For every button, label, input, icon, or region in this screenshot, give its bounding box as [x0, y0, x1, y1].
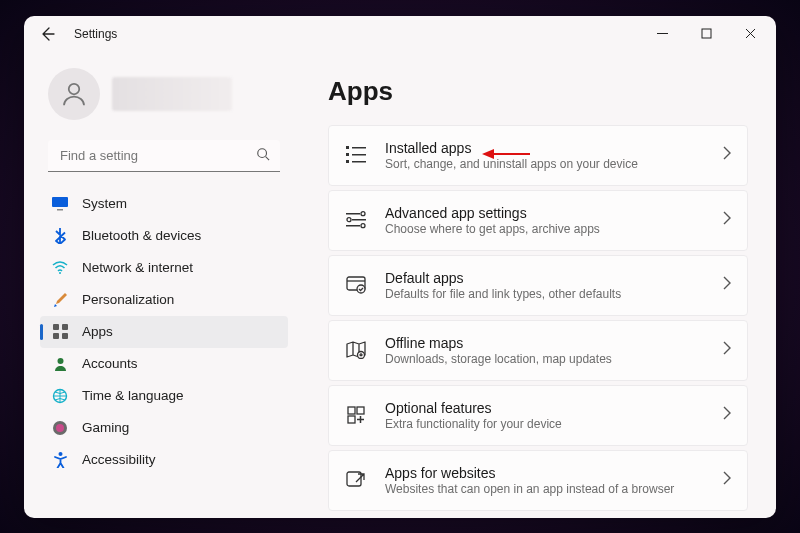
svg-rect-16	[352, 147, 366, 149]
card-sub: Defaults for file and link types, other …	[385, 287, 705, 301]
card-apps-for-websites[interactable]: Apps for websites Websites that can open…	[328, 450, 748, 511]
window-controls	[640, 18, 772, 50]
card-body: Offline maps Downloads, storage location…	[385, 335, 705, 366]
sidebar-item-system[interactable]: System	[40, 188, 288, 220]
minimize-icon	[657, 28, 668, 39]
accessibility-icon	[52, 452, 68, 468]
titlebar-left: Settings	[38, 25, 117, 43]
arrow-left-icon	[39, 26, 55, 42]
svg-point-22	[361, 212, 365, 216]
card-body: Optional features Extra functionality fo…	[385, 400, 705, 431]
content: System Bluetooth & devices Network & int…	[24, 52, 776, 518]
svg-point-14	[58, 452, 62, 456]
card-body: Apps for websites Websites that can open…	[385, 465, 705, 496]
svg-rect-6	[53, 324, 59, 330]
card-optional-features[interactable]: Optional features Extra functionality fo…	[328, 385, 748, 446]
maximize-button[interactable]	[684, 18, 728, 50]
avatar	[48, 68, 100, 120]
back-button[interactable]	[38, 25, 56, 43]
advanced-settings-icon	[345, 209, 367, 231]
card-title: Default apps	[385, 270, 705, 286]
sidebar-item-label: Bluetooth & devices	[82, 228, 201, 243]
globe-clock-icon	[52, 388, 68, 404]
sidebar-item-label: Network & internet	[82, 260, 193, 275]
card-default-apps[interactable]: Default apps Defaults for file and link …	[328, 255, 748, 316]
svg-point-1	[69, 83, 80, 94]
svg-rect-31	[357, 407, 364, 414]
sidebar-item-label: Apps	[82, 324, 113, 339]
system-icon	[52, 196, 68, 212]
svg-point-5	[59, 272, 61, 274]
card-installed-apps[interactable]: Installed apps Sort, change, and uninsta…	[328, 125, 748, 186]
card-offline-maps[interactable]: Offline maps Downloads, storage location…	[328, 320, 748, 381]
page-title: Apps	[328, 76, 748, 107]
maximize-icon	[701, 28, 712, 39]
card-title: Installed apps	[385, 140, 705, 156]
sidebar-item-label: Time & language	[82, 388, 184, 403]
chevron-right-icon	[723, 211, 731, 229]
card-sub: Extra functionality for your device	[385, 417, 705, 431]
search-wrap	[48, 140, 280, 172]
main: Apps Installed apps Sort, change, and un…	[296, 52, 776, 518]
card-body: Advanced app settings Choose where to ge…	[385, 205, 705, 236]
sidebar-item-network[interactable]: Network & internet	[40, 252, 288, 284]
svg-point-26	[361, 224, 365, 228]
svg-point-13	[56, 424, 64, 432]
chevron-right-icon	[723, 146, 731, 164]
chevron-right-icon	[723, 276, 731, 294]
apps-icon	[52, 324, 68, 340]
accounts-icon	[52, 356, 68, 372]
sidebar-item-gaming[interactable]: Gaming	[40, 412, 288, 444]
sidebar-item-apps[interactable]: Apps	[40, 316, 288, 348]
profile[interactable]	[40, 60, 288, 136]
close-button[interactable]	[728, 18, 772, 50]
search-input[interactable]	[48, 140, 280, 172]
sidebar-item-label: Accessibility	[82, 452, 156, 467]
svg-rect-7	[62, 324, 68, 330]
card-title: Offline maps	[385, 335, 705, 351]
gaming-icon	[52, 420, 68, 436]
card-body: Default apps Defaults for file and link …	[385, 270, 705, 301]
app-link-icon	[345, 469, 367, 491]
close-icon	[745, 28, 756, 39]
svg-rect-30	[348, 407, 355, 414]
svg-rect-17	[346, 153, 349, 156]
svg-rect-21	[346, 213, 360, 215]
chevron-right-icon	[723, 406, 731, 424]
card-body: Installed apps Sort, change, and uninsta…	[385, 140, 705, 171]
settings-window: Settings	[24, 16, 776, 518]
minimize-button[interactable]	[640, 18, 684, 50]
svg-rect-18	[352, 154, 366, 156]
search-icon	[256, 147, 270, 165]
person-icon	[59, 79, 89, 109]
sidebar-item-accessibility[interactable]: Accessibility	[40, 444, 288, 476]
profile-name-redacted	[112, 77, 232, 111]
svg-rect-19	[346, 160, 349, 163]
sidebar: System Bluetooth & devices Network & int…	[24, 52, 296, 518]
chevron-right-icon	[723, 341, 731, 359]
sidebar-item-label: Gaming	[82, 420, 129, 435]
svg-point-24	[347, 218, 351, 222]
card-advanced-app-settings[interactable]: Advanced app settings Choose where to ge…	[328, 190, 748, 251]
svg-rect-32	[348, 416, 355, 423]
card-sub: Websites that can open in an app instead…	[385, 482, 705, 496]
sidebar-item-label: Accounts	[82, 356, 138, 371]
chevron-right-icon	[723, 471, 731, 489]
svg-rect-15	[346, 146, 349, 149]
default-apps-icon	[345, 274, 367, 296]
svg-rect-4	[57, 209, 63, 211]
bluetooth-icon	[52, 228, 68, 244]
sidebar-item-accounts[interactable]: Accounts	[40, 348, 288, 380]
cards-list: Installed apps Sort, change, and uninsta…	[328, 125, 748, 518]
sidebar-item-personalization[interactable]: Personalization	[40, 284, 288, 316]
sidebar-item-label: System	[82, 196, 127, 211]
card-title: Advanced app settings	[385, 205, 705, 221]
list-icon	[345, 144, 367, 166]
sidebar-item-time-language[interactable]: Time & language	[40, 380, 288, 412]
svg-rect-8	[53, 333, 59, 339]
sidebar-item-bluetooth[interactable]: Bluetooth & devices	[40, 220, 288, 252]
card-title: Optional features	[385, 400, 705, 416]
svg-rect-3	[52, 197, 68, 207]
window-title: Settings	[74, 27, 117, 41]
svg-rect-23	[352, 219, 366, 221]
